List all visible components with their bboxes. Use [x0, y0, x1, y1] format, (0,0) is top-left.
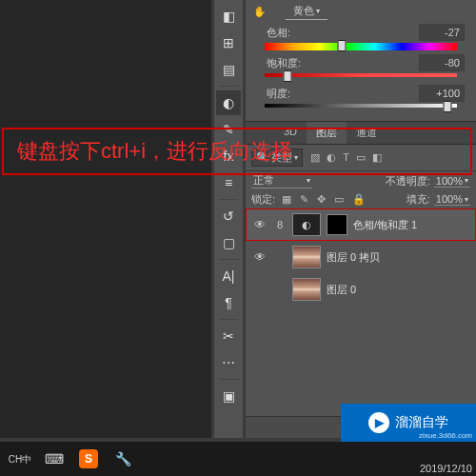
- fill-label: 填充:: [407, 192, 430, 207]
- lock-brush-icon[interactable]: ✎: [300, 193, 308, 205]
- play-icon: ▶: [368, 412, 389, 433]
- hue-slider[interactable]: [265, 43, 457, 52]
- watermark-brand: 溜溜自学: [395, 414, 448, 431]
- tool-char[interactable]: A|: [216, 264, 241, 288]
- tool-history[interactable]: ↺: [216, 204, 241, 228]
- hand-icon[interactable]: ✋: [253, 6, 267, 18]
- lock-move-icon[interactable]: ✥: [317, 193, 326, 205]
- sat-knob[interactable]: [284, 70, 292, 82]
- tab-channels[interactable]: 通道: [347, 122, 387, 144]
- tool-color-picker[interactable]: ◧: [216, 4, 241, 29]
- filter-type-icon[interactable]: T: [343, 151, 349, 163]
- filter-adjust-icon[interactable]: ◐: [327, 151, 336, 163]
- layer-thumb[interactable]: [292, 278, 321, 301]
- lock-fill-bar: 锁定: ▦ ✎ ✥ ▭ 🔒 填充: 100%▾: [246, 190, 476, 208]
- tool-swatches[interactable]: ⊞: [216, 30, 241, 55]
- sat-label: 饱和度:: [267, 56, 314, 70]
- layer-row-copy[interactable]: 👁 图层 0 拷贝: [246, 241, 476, 273]
- light-slider[interactable]: [265, 104, 457, 113]
- lock-all-icon[interactable]: 🔒: [352, 193, 366, 205]
- canvas-area[interactable]: [0, 0, 211, 438]
- layer-name[interactable]: 图层 0 拷贝: [327, 250, 469, 265]
- taskbar-date[interactable]: 2019/12/10: [420, 463, 472, 474]
- filter-smart-icon[interactable]: ◧: [372, 151, 382, 163]
- link-icon[interactable]: 8: [273, 219, 287, 230]
- layer-list: 👁 8 ◐ 色相/饱和度 1 👁 图层 0 拷贝 👁 图层 0: [246, 208, 476, 416]
- adjust-thumb[interactable]: ◐: [292, 213, 321, 236]
- filter-shape-icon[interactable]: ▭: [356, 151, 366, 163]
- tab-3d[interactable]: 3D: [274, 122, 307, 144]
- tool-para[interactable]: ¶: [216, 290, 241, 315]
- filter-pixel-icon[interactable]: ▧: [310, 151, 320, 163]
- visibility-toggle[interactable]: 👁: [252, 218, 268, 231]
- tool-scissors[interactable]: ✂: [216, 324, 241, 348]
- hue-row: 色相: -27: [267, 24, 465, 41]
- filter-icons: ▧ ◐ T ▭ ◧: [307, 151, 382, 164]
- light-label: 明度:: [267, 87, 314, 101]
- visibility-toggle[interactable]: 👁: [252, 250, 268, 264]
- opacity-value[interactable]: 100%▾: [434, 175, 470, 188]
- layer-row-base[interactable]: 👁 图层 0: [246, 273, 476, 306]
- watermark-url: zixue.3d66.com: [419, 431, 472, 440]
- blend-opacity-bar: 正常▾ 不透明度: 100%▾: [246, 171, 476, 190]
- windows-taskbar: CH中 ⌨ S 🔧: [0, 442, 476, 476]
- layer-thumb[interactable]: [292, 246, 321, 268]
- light-row: 明度: +100: [267, 85, 465, 102]
- lock-icons: ▦ ✎ ✥ ▭ 🔒: [279, 193, 368, 206]
- tool-sep: [219, 319, 238, 320]
- color-range-dropdown[interactable]: 黄色▾: [286, 4, 327, 20]
- tool-info[interactable]: ≡: [216, 170, 241, 195]
- tool-libraries[interactable]: ▤: [216, 57, 241, 82]
- sat-row: 饱和度: -80: [267, 54, 465, 71]
- lock-pixel-icon[interactable]: ▦: [282, 193, 291, 205]
- layer-row-hsl[interactable]: 👁 8 ◐ 色相/饱和度 1: [246, 208, 476, 241]
- lock-label: 锁定:: [251, 192, 275, 207]
- sogou-icon[interactable]: S: [74, 446, 103, 472]
- blend-mode-dropdown[interactable]: 正常▾: [251, 173, 312, 188]
- tool-more[interactable]: ⋯: [216, 350, 241, 375]
- layer-name[interactable]: 色相/饱和度 1: [353, 218, 469, 232]
- hue-value[interactable]: -27: [419, 24, 465, 41]
- sat-slider[interactable]: [265, 73, 457, 83]
- tool-properties[interactable]: ▢: [216, 230, 241, 255]
- tool-brush[interactable]: ✎: [216, 117, 241, 142]
- ime-keyboard-icon[interactable]: ⌨: [40, 446, 69, 472]
- hsl-adjust-panel: ✋ 黄色▾ 色相: -27 饱和度: -80 明度: +100: [246, 0, 476, 122]
- light-value[interactable]: +100: [419, 85, 465, 102]
- opacity-label: 不透明度:: [386, 174, 430, 188]
- panel-tab-bar: 3D 图层 通道: [246, 122, 476, 145]
- ime-lang[interactable]: CH中: [6, 446, 34, 472]
- fill-value[interactable]: 100%▾: [434, 193, 470, 206]
- tool-sep: [219, 86, 238, 87]
- ime-tool-icon[interactable]: 🔧: [109, 446, 137, 472]
- tool-adjust[interactable]: ◐: [216, 90, 241, 115]
- sat-value[interactable]: -80: [419, 54, 465, 71]
- layer-mask[interactable]: [327, 214, 347, 235]
- tool-sep: [219, 379, 238, 380]
- tab-layers[interactable]: 图层: [307, 122, 347, 144]
- right-panel-group: ✋ 黄色▾ 色相: -27 饱和度: -80 明度: +100: [246, 0, 476, 438]
- tool-styles[interactable]: fx: [216, 144, 241, 169]
- hue-label: 色相:: [267, 26, 314, 40]
- tool-sep: [219, 259, 238, 260]
- hue-knob[interactable]: [337, 40, 346, 51]
- tool-sep: [219, 199, 238, 200]
- filter-kind-dropdown[interactable]: 🔍 类型 ▾: [251, 149, 303, 167]
- layer-name[interactable]: 图层 0: [327, 283, 469, 297]
- vertical-tool-column: ◧ ⊞ ▤ ◐ ✎ fx ≡ ↺ ▢ A| ¶ ✂ ⋯ ▣: [214, 0, 243, 438]
- tool-layers[interactable]: ▣: [216, 384, 241, 408]
- layer-filter-bar: 🔍 类型 ▾ ▧ ◐ T ▭ ◧: [246, 145, 476, 171]
- light-knob[interactable]: [443, 101, 451, 112]
- lock-artboard-icon[interactable]: ▭: [334, 193, 344, 205]
